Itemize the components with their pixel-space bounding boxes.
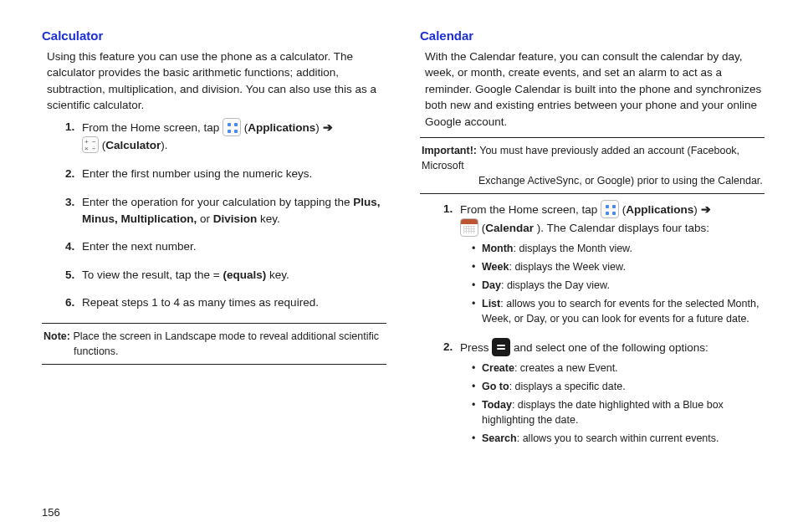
arrow-icon: ➔ [323, 121, 333, 134]
step-5: 5. To view the result, tap the = (equals… [65, 267, 386, 284]
calendar-intro: With the Calendar feature, you can consu… [425, 49, 765, 130]
step-2-text: Enter the first number using the numeric… [82, 167, 312, 180]
calendar-icon [460, 218, 478, 237]
note-block: Note: Place the screen in Landscape mode… [42, 323, 386, 365]
step-3e: key. [260, 212, 280, 225]
step-3: 3. Enter the operation for your calculat… [65, 194, 386, 227]
today-val: : displays the date highlighted with a B… [482, 399, 724, 426]
step-6-text: Repeat steps 1 to 4 as many times as req… [82, 296, 319, 309]
list-key: List [482, 298, 500, 309]
important-label: Important!: [422, 145, 477, 156]
week-val: : displays the Week view. [509, 261, 625, 273]
cal-step-1: 1. From the Home screen, tap (Applicatio… [443, 201, 765, 327]
calculator-intro: Using this feature you can use the phone… [47, 49, 386, 114]
calculator-icon [82, 136, 99, 153]
applications-icon [601, 200, 619, 218]
search-val: : allows you to search within current ev… [517, 432, 719, 444]
bullet-list: List: allows you to search for events fo… [472, 296, 765, 326]
cal-s1-tail: ). The Calendar displays four tabs: [537, 222, 709, 234]
bullet-week: Week: displays the Week view. [472, 259, 765, 274]
calendar-heading: Calendar [420, 27, 765, 45]
bullet-search: Search: allows you to search within curr… [472, 431, 765, 446]
bullet-today: Today: displays the date highlighted wit… [472, 397, 765, 427]
manual-page: Calculator Using this feature you can us… [0, 0, 798, 532]
cal-s1a: From the Home screen, tap [460, 203, 601, 216]
right-column: Calendar With the Calendar feature, you … [420, 23, 765, 515]
important-block: Important!: You must have previously add… [420, 137, 765, 194]
list-val: : allows you to search for events for th… [482, 298, 759, 325]
applications-label: Applications [626, 203, 693, 216]
menu-icon [492, 338, 510, 356]
step-3d: Division [213, 212, 258, 225]
arrow-icon: ➔ [701, 203, 711, 216]
cal-s1-apps-paren: (Applications) [622, 203, 698, 216]
step-3c: or [200, 212, 213, 225]
step-4-text: Enter the next number. [82, 240, 197, 253]
calculator-steps: 1. From the Home screen, tap (Applicatio… [42, 119, 386, 311]
step-5a: To view the result, tap the = [82, 269, 223, 281]
left-column: Calculator Using this feature you can us… [42, 23, 386, 515]
applications-label: Applications [248, 121, 315, 134]
step-4: 4. Enter the next number. [65, 238, 386, 255]
cal-s2b: and select one of the following options: [514, 340, 708, 353]
step-1: 1. From the Home screen, tap (Applicatio… [65, 119, 386, 154]
tabs-list: Month: displays the Month view. Week: di… [460, 241, 765, 327]
create-val: : creates a new Event. [514, 362, 618, 374]
goto-key: Go to [482, 381, 509, 392]
step-3a: Enter the operation for your calculation… [82, 196, 353, 208]
create-key: Create [482, 362, 514, 374]
step-6: 6. Repeat steps 1 to 4 as many times as … [65, 294, 386, 311]
calculator-label: Calculator [105, 139, 161, 151]
calculator-heading: Calculator [42, 27, 386, 45]
week-key: Week [482, 261, 509, 273]
step-1-text-a: From the Home screen, tap [82, 121, 223, 134]
note-label: Note: [43, 330, 70, 342]
options-list: Create: creates a new Event. Go to: disp… [460, 361, 765, 447]
month-key: Month [482, 243, 513, 254]
bullet-month: Month: displays the Month view. [472, 241, 765, 256]
step-1-apps-paren: (Applications) [244, 121, 320, 134]
day-val: : displays the Day view. [501, 279, 610, 291]
step-5b: (equals) [223, 269, 266, 281]
note-body-first: Place the screen in Landscape mode to re… [73, 330, 379, 342]
bullet-day: Day: displays the Day view. [472, 278, 765, 293]
important-cont: Exchange ActiveSync, or Google) prior to… [422, 173, 763, 188]
page-number: 156 [42, 506, 60, 519]
bullet-create: Create: creates a new Event. [472, 361, 765, 376]
applications-icon [223, 118, 241, 136]
cal-s2a: Press [460, 340, 492, 353]
month-val: : displays the Month view. [513, 243, 632, 254]
calendar-steps: 1. From the Home screen, tap (Applicatio… [420, 201, 765, 446]
goto-val: : displays a specific date. [509, 381, 626, 392]
search-key: Search [482, 432, 517, 444]
note-body-cont: functions. [43, 344, 385, 359]
step-2: 2. Enter the first number using the nume… [65, 166, 386, 182]
today-key: Today [482, 399, 512, 411]
bullet-goto: Go to: displays a specific date. [472, 379, 765, 394]
cal-step-2: 2. Press and select one of the following… [443, 339, 765, 447]
cal-s1-cal-paren: (Calendar [482, 222, 534, 234]
day-key: Day [482, 279, 501, 291]
calendar-label: Calendar [485, 222, 534, 234]
step-5c: key. [269, 269, 289, 281]
step-1-calc-paren: (Calculator). [102, 139, 168, 151]
